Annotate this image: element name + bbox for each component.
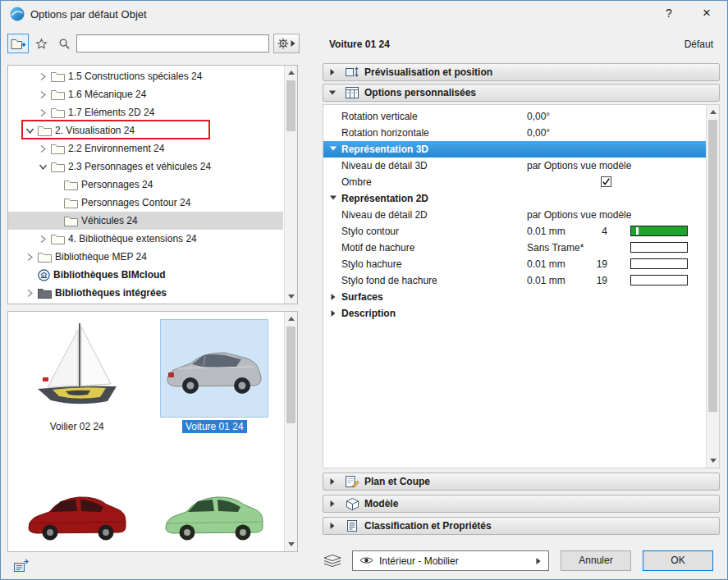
- library-object-thumbnail[interactable]: Voiture 01 24: [146, 312, 284, 461]
- library-toolbar: [7, 34, 300, 53]
- tree-item[interactable]: 2.3 Personnages et véhicules 24: [8, 158, 283, 176]
- parameter-row[interactable]: Motif de hachureSans Trame*: [323, 240, 707, 256]
- transfer-settings-button[interactable]: [9, 555, 34, 575]
- chevron-right-icon[interactable]: [38, 235, 48, 244]
- parameter-value[interactable]: 0,00°: [527, 111, 550, 122]
- scroll-up-icon[interactable]: [707, 106, 719, 118]
- library-object-thumbnail[interactable]: [8, 461, 146, 552]
- chevron-right-icon[interactable]: [25, 253, 34, 262]
- parameter-row[interactable]: Rotation horizontale0,00°: [323, 125, 707, 141]
- chevron-right-icon[interactable]: [38, 144, 48, 153]
- parameter-row[interactable]: Niveau de détail 3Dpar Options vue modèl…: [323, 158, 707, 174]
- scroll-up-icon[interactable]: [285, 313, 297, 325]
- parameter-group-collapsed[interactable]: Surfaces: [323, 289, 707, 305]
- favorites-star-button[interactable]: [30, 34, 52, 53]
- close-icon[interactable]: ×: [693, 2, 721, 24]
- chevron-down-icon[interactable]: [38, 163, 48, 171]
- parameter-value[interactable]: 0.01 mm: [527, 226, 565, 237]
- scroll-down-icon[interactable]: [707, 454, 719, 467]
- tree-item[interactable]: Personnages Contour 24: [8, 194, 283, 212]
- section-classification[interactable]: Classification et Propriétés: [323, 517, 720, 535]
- chevron-right-icon[interactable]: [38, 108, 48, 117]
- layer-selector[interactable]: Intérieur - Mobilier: [352, 550, 549, 571]
- tree-scrollbar[interactable]: [284, 66, 297, 304]
- parameter-row[interactable]: Rotation verticale0,00°: [323, 108, 707, 125]
- parameter-value[interactable]: 0.01 mm: [527, 258, 565, 270]
- color-swatch[interactable]: [630, 258, 688, 269]
- folder-icon: [51, 162, 65, 172]
- library-object-thumbnail[interactable]: [146, 461, 284, 552]
- chevron-down-icon: [328, 145, 338, 152]
- tree-item-label: 2. Visualisation 24: [55, 125, 135, 136]
- library-tree: 1.5 Constructions spéciales 241.6 Mécani…: [7, 65, 298, 304]
- scrollbar-thumb[interactable]: [286, 327, 295, 423]
- parameter-label: Niveau de détail 3D: [341, 160, 428, 171]
- parameter-row[interactable]: Ombre: [323, 174, 707, 190]
- tree-item[interactable]: Personnages 24: [8, 176, 283, 194]
- parameter-value[interactable]: 0,00°: [527, 127, 550, 139]
- thumbnails-scrollbar[interactable]: [284, 312, 297, 551]
- car-gray-image[interactable]: [161, 320, 268, 417]
- parameter-group-collapsed[interactable]: Description: [323, 305, 707, 322]
- scrollbar-thumb[interactable]: [286, 80, 295, 131]
- car-red-image[interactable]: [24, 469, 130, 552]
- tree-item-label: 1.7 Eléments 2D 24: [68, 107, 154, 118]
- parameter-row[interactable]: Stylo contour0.01 mm4: [323, 223, 707, 240]
- tree-item[interactable]: 4. Bibliothèque extensions 24: [8, 230, 283, 248]
- parameter-group[interactable]: Représentation 2D: [323, 190, 707, 207]
- tree-item[interactable]: 1.5 Constructions spéciales 24: [8, 67, 283, 85]
- color-swatch[interactable]: [630, 275, 688, 285]
- parameter-value[interactable]: par Options vue modèle: [527, 160, 631, 171]
- tree-item[interactable]: Bibliothèques BIMcloud: [8, 266, 283, 284]
- ok-button[interactable]: OK: [643, 550, 713, 571]
- folder-dark-icon: [38, 288, 52, 299]
- search-input[interactable]: [76, 34, 269, 53]
- chevron-right-icon[interactable]: [38, 90, 48, 99]
- parameter-row[interactable]: Niveau de détail 2Dpar Options vue modèl…: [323, 207, 707, 223]
- folder-icon: [51, 144, 65, 154]
- section-model[interactable]: Modèle: [323, 495, 720, 513]
- tree-item[interactable]: 1.6 Mécanique 24: [8, 85, 283, 103]
- parameter-value[interactable]: par Options vue modèle: [527, 209, 631, 221]
- search-icon[interactable]: [53, 34, 75, 53]
- chevron-down-icon[interactable]: [25, 127, 34, 135]
- section-label: Prévisualisation et position: [364, 66, 492, 78]
- scroll-up-icon[interactable]: [285, 66, 297, 79]
- cancel-button[interactable]: Annuler: [561, 550, 631, 571]
- color-swatch[interactable]: [630, 226, 688, 236]
- color-swatch[interactable]: [630, 242, 688, 253]
- tree-item[interactable]: Bibliothèques intégrées: [8, 284, 283, 302]
- scrollbar-thumb[interactable]: [708, 120, 717, 412]
- sailboat-image[interactable]: [24, 320, 130, 417]
- archicad-logo-icon: [9, 6, 25, 25]
- parameter-value[interactable]: 0.01 mm: [527, 275, 565, 286]
- help-button[interactable]: ?: [658, 7, 680, 23]
- car-green-image[interactable]: [161, 469, 268, 552]
- tree-item[interactable]: Véhicules 24: [8, 212, 283, 230]
- parameter-row[interactable]: Stylo fond de hachure0.01 mm19: [323, 272, 707, 289]
- tree-item-label: Personnages 24: [81, 179, 153, 190]
- library-object-thumbnail[interactable]: Voilier 02 24: [8, 312, 146, 461]
- parameter-value[interactable]: Sans Trame*: [527, 242, 584, 253]
- scroll-down-icon[interactable]: [285, 290, 297, 303]
- scroll-down-icon[interactable]: [285, 538, 297, 550]
- tree-item[interactable]: 1.7 Eléments 2D 24: [8, 103, 283, 121]
- section-plan-section[interactable]: Plan et Coupe: [323, 473, 720, 491]
- settings-menu-button[interactable]: [273, 34, 300, 53]
- section-custom-settings[interactable]: Options personnalisées: [323, 84, 720, 102]
- tree-item[interactable]: 2. Visualisation 24: [8, 121, 283, 139]
- parameters-scrollbar[interactable]: [706, 105, 719, 468]
- folder-icon: [64, 216, 78, 226]
- tree-item[interactable]: Bibliothèque MEP 24: [8, 248, 283, 266]
- bimcloud-icon: [38, 269, 50, 281]
- parameter-label: Rotation verticale: [341, 111, 418, 122]
- chevron-right-icon[interactable]: [38, 72, 48, 81]
- parameter-group-selected[interactable]: Représentation 3D: [323, 141, 707, 158]
- expanded-arrow-icon: [323, 89, 341, 96]
- parameter-row[interactable]: Stylo hachure0.01 mm19: [323, 256, 707, 272]
- tree-item[interactable]: 2.2 Environnement 24: [8, 139, 283, 158]
- library-view-button[interactable]: [7, 34, 29, 53]
- chevron-right-icon[interactable]: [25, 289, 34, 298]
- shadow-checkbox[interactable]: [601, 176, 611, 190]
- section-preview-position[interactable]: Prévisualisation et position: [323, 63, 720, 81]
